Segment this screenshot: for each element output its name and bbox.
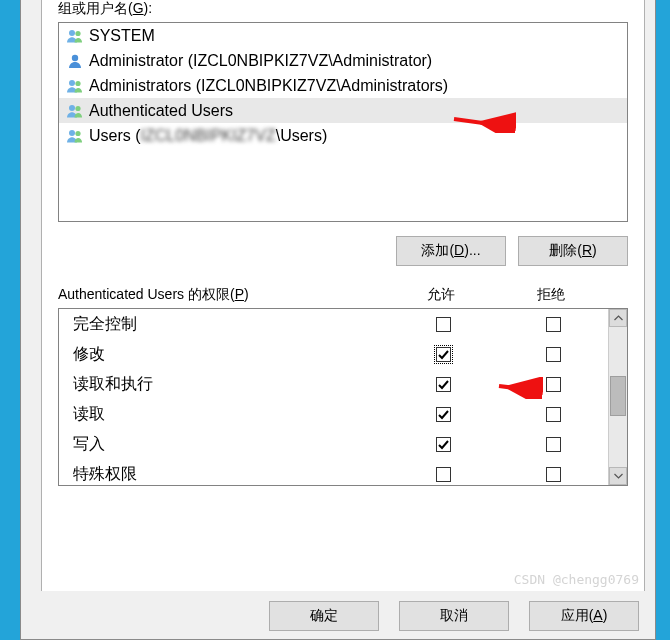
user-icon [65, 52, 85, 70]
permission-allow-checkbox[interactable] [436, 467, 451, 482]
permission-deny-checkbox[interactable] [546, 407, 561, 422]
permission-row: 读取 [59, 399, 608, 429]
scrollbar-thumb[interactable] [610, 376, 626, 416]
allow-column-header: 允许 [386, 286, 496, 304]
permission-name: 修改 [73, 344, 388, 365]
group-icon [65, 102, 85, 120]
permission-allow-checkbox[interactable] [436, 377, 451, 392]
user-list-item-label: SYSTEM [89, 27, 155, 45]
svg-point-7 [69, 130, 75, 136]
svg-point-2 [72, 54, 78, 60]
user-list-item[interactable]: Authenticated Users [59, 98, 627, 123]
permissions-header: Authenticated Users 的权限(P) 允许 拒绝 [58, 286, 628, 304]
permission-allow-checkbox[interactable] [436, 437, 451, 452]
add-button[interactable]: 添加(D)... [396, 236, 506, 266]
permission-row: 完全控制 [59, 309, 608, 339]
permission-deny-checkbox[interactable] [546, 377, 561, 392]
chevron-down-icon [614, 473, 623, 479]
svg-point-5 [69, 105, 75, 111]
permission-name: 读取和执行 [73, 374, 388, 395]
deny-column-header: 拒绝 [496, 286, 606, 304]
permissions-scrollbar[interactable] [608, 309, 627, 485]
permission-name: 读取 [73, 404, 388, 425]
permission-row: 写入 [59, 429, 608, 459]
dialog-button-row: 确定 取消 应用(A) [41, 601, 645, 631]
permissions-box: 完全控制修改读取和执行读取写入特殊权限 [58, 308, 628, 486]
remove-button[interactable]: 删除(R) [518, 236, 628, 266]
watermark-text: CSDN @chengg0769 [514, 572, 639, 587]
permission-allow-checkbox[interactable] [436, 407, 451, 422]
permission-allow-checkbox[interactable] [436, 347, 451, 362]
cancel-button[interactable]: 取消 [399, 601, 509, 631]
scrollbar-up-button[interactable] [609, 309, 627, 327]
svg-point-1 [75, 30, 80, 35]
group-icon [65, 127, 85, 145]
security-dialog: 组或用户名(G): SYSTEMAdministrator (IZCL0NBIP… [20, 0, 656, 640]
user-list-item[interactable]: Administrators (IZCL0NBIPKIZ7VZ\Administ… [59, 73, 627, 98]
svg-point-0 [69, 30, 75, 36]
permission-name: 完全控制 [73, 314, 388, 335]
permission-name: 特殊权限 [73, 464, 388, 485]
permission-row: 读取和执行 [59, 369, 608, 399]
permission-deny-checkbox[interactable] [546, 437, 561, 452]
group-icon [65, 77, 85, 95]
permission-name: 写入 [73, 434, 388, 455]
svg-point-4 [75, 80, 80, 85]
permissions-label: Authenticated Users 的权限(P) [58, 286, 386, 304]
svg-point-3 [69, 80, 75, 86]
permission-row: 修改 [59, 339, 608, 369]
permission-deny-checkbox[interactable] [546, 467, 561, 482]
permission-row: 特殊权限 [59, 459, 608, 485]
users-listbox[interactable]: SYSTEMAdministrator (IZCL0NBIPKIZ7VZ\Adm… [58, 22, 628, 222]
user-list-item[interactable]: SYSTEM [59, 23, 627, 48]
scrollbar-down-button[interactable] [609, 467, 627, 485]
permission-allow-checkbox[interactable] [436, 317, 451, 332]
user-list-item[interactable]: Administrator (IZCL0NBIPKIZ7VZ\Administr… [59, 48, 627, 73]
permission-deny-checkbox[interactable] [546, 347, 561, 362]
apply-button[interactable]: 应用(A) [529, 601, 639, 631]
svg-point-8 [75, 130, 80, 135]
ok-button[interactable]: 确定 [269, 601, 379, 631]
svg-point-6 [75, 105, 80, 110]
user-list-item[interactable]: Users (IZCL0NBIPKIZ7VZ\Users) [59, 123, 627, 148]
group-icon [65, 27, 85, 45]
user-list-item-label: Users (IZCL0NBIPKIZ7VZ\Users) [89, 127, 327, 145]
chevron-up-icon [614, 315, 623, 321]
permission-deny-checkbox[interactable] [546, 317, 561, 332]
dialog-body: 组或用户名(G): SYSTEMAdministrator (IZCL0NBIP… [41, 0, 645, 591]
user-list-item-label: Administrator (IZCL0NBIPKIZ7VZ\Administr… [89, 52, 432, 70]
groups-label: 组或用户名(G): [58, 0, 628, 18]
user-list-item-label: Authenticated Users [89, 102, 233, 120]
user-list-item-label: Administrators (IZCL0NBIPKIZ7VZ\Administ… [89, 77, 448, 95]
